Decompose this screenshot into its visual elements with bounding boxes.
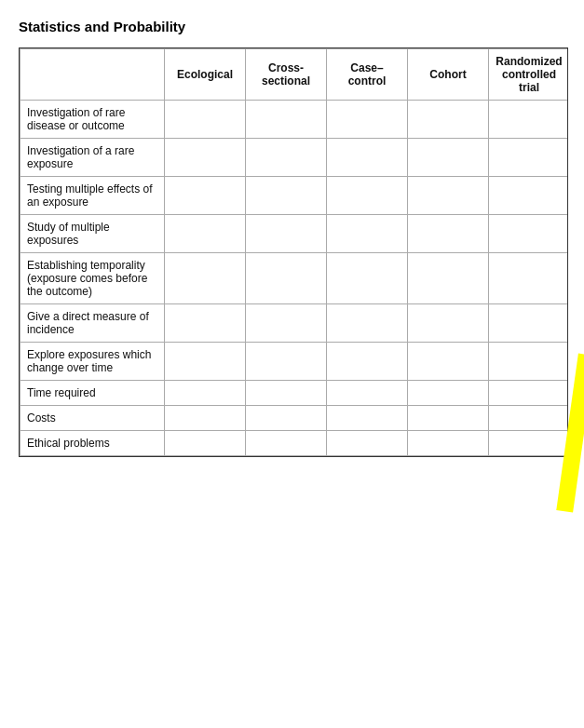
row-label: Testing multiple effects of an exposure [20,177,165,215]
table-cell [246,139,327,177]
table-cell [246,253,327,304]
table-cell [165,406,246,431]
row-label: Study of multiple exposures [20,215,165,253]
table-cell [246,215,327,253]
table-row: Time required [20,381,569,406]
row-label: Investigation of a rare exposure [20,139,165,177]
table-cell [408,253,489,304]
table-cell [165,304,246,343]
header-cohort: Cohort [408,49,489,101]
table-cell [489,139,569,177]
table-cell [408,343,489,381]
table-cell [246,381,327,406]
table-cell [246,304,327,343]
table-row: Investigation of a rare exposure [20,139,569,177]
table-cell [489,431,569,456]
row-label: Establishing temporality (exposure comes… [20,253,165,304]
table-cell [489,101,569,139]
row-label: Ethical problems [20,431,165,456]
table-row: Testing multiple effects of an exposure [20,177,569,215]
table-cell [327,304,408,343]
table-row: Study of multiple exposures [20,215,569,253]
table-cell [165,101,246,139]
table-cell [327,215,408,253]
table-row: Give a direct measure of incidence [20,304,569,343]
table-cell [246,343,327,381]
row-label: Costs [20,406,165,431]
table-cell [165,215,246,253]
page-title: Statistics and Probability [19,19,565,34]
table-cell [327,343,408,381]
table-cell [489,343,569,381]
table-cell [327,177,408,215]
header-ecological: Ecological [165,49,246,101]
table-cell [408,431,489,456]
table-cell [408,304,489,343]
table-cell [327,381,408,406]
header-case-control: Case–control [327,49,408,101]
header-rct: Randomized controlled trial [489,49,569,101]
table-cell [408,139,489,177]
table-row: Explore exposures which change over time [20,343,569,381]
table-cell [165,381,246,406]
table-cell [246,177,327,215]
row-label: Explore exposures which change over time [20,343,165,381]
comparison-table: Ecological Cross-sectional Case–control … [20,48,568,456]
table-cell [246,101,327,139]
table-cell [408,406,489,431]
main-table-container: Ecological Cross-sectional Case–control … [19,47,568,457]
table-header-row: Ecological Cross-sectional Case–control … [20,49,569,101]
table-cell [165,177,246,215]
table-cell [327,406,408,431]
table-cell [489,215,569,253]
table-row: Investigation of rare disease or outcome [20,101,569,139]
table-cell [489,304,569,343]
row-label: Give a direct measure of incidence [20,304,165,343]
table-cell [165,343,246,381]
table-cell [489,253,569,304]
row-label: Investigation of rare disease or outcome [20,101,165,139]
table-cell [489,381,569,406]
table-row: Establishing temporality (exposure comes… [20,253,569,304]
table-cell [327,139,408,177]
table-row: Costs [20,406,569,431]
table-cell [165,139,246,177]
table-cell [408,101,489,139]
table-cell [246,406,327,431]
table-cell [327,253,408,304]
table-cell [327,431,408,456]
table-cell [408,381,489,406]
table-cell [327,101,408,139]
table-cell [408,177,489,215]
table-cell [165,253,246,304]
table-row: Ethical problems [20,431,569,456]
table-cell [246,431,327,456]
table-cell [489,406,569,431]
table-cell [489,177,569,215]
header-cross-sectional: Cross-sectional [246,49,327,101]
row-label: Time required [20,381,165,406]
table-cell [408,215,489,253]
table-cell [165,431,246,456]
header-row-label [20,49,165,101]
